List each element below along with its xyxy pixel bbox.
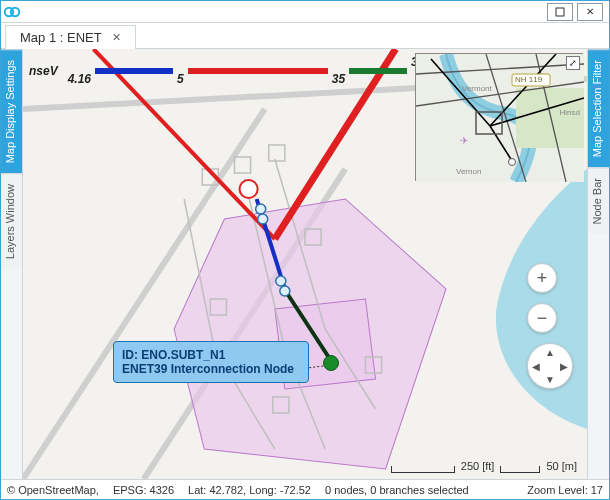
legend-bar-red (188, 68, 328, 74)
tab-bar: Map 1 : ENET ✕ (1, 23, 609, 49)
svg-point-1 (11, 7, 19, 15)
status-latlong: Lat: 42.782, Long: -72.52 (188, 484, 311, 496)
restore-button[interactable] (547, 3, 573, 21)
close-button[interactable]: ✕ (577, 3, 603, 21)
zoom-out-button[interactable]: − (527, 303, 557, 333)
pan-control[interactable]: ▲ ▼ ▶ ◀ (527, 343, 573, 389)
scale-seg-m (500, 466, 540, 473)
status-zoom-level: Zoom Level: 17 (527, 484, 603, 496)
status-epsg: EPSG: 4326 (113, 484, 174, 496)
selected-node-marker[interactable] (323, 355, 339, 371)
svg-rect-2 (556, 8, 564, 16)
svg-point-13 (256, 204, 266, 214)
right-side-tabs: Map Selection Filter Node Bar (587, 49, 609, 479)
legend-bar-blue (95, 68, 173, 74)
chevron-up-icon: ▲ (545, 347, 555, 358)
titlebar: ✕ (1, 1, 609, 23)
minimap-svg: ✈ (416, 54, 584, 182)
main-area: Map Display Settings Layers Window (1, 49, 609, 479)
scale-ft-label: 250 [ft] (461, 460, 495, 472)
legend-left-text: nseV (29, 64, 58, 78)
scale-m-label: 50 [m] (546, 460, 577, 472)
minimap-road-label: NH 119 (515, 75, 542, 84)
minimap-expand-icon[interactable]: ⤢ (566, 56, 580, 70)
status-attribution: © OpenStreetMap, (7, 484, 99, 496)
tooltip-id-line: ID: ENO.SUBT_N1 (122, 348, 300, 362)
map-canvas[interactable]: nseV 4.16 5 35 345 [kV] (23, 49, 587, 479)
left-side-tabs: Map Display Settings Layers Window (1, 49, 23, 479)
svg-point-12 (240, 180, 258, 198)
sidetab-node-bar[interactable]: Node Bar (588, 167, 609, 234)
svg-point-15 (276, 276, 286, 286)
zoom-in-button[interactable]: + (527, 263, 557, 293)
minimap-place-hinsdale: Hinsd (560, 108, 580, 117)
scale-seg-ft (391, 466, 455, 473)
tooltip-desc-line: ENET39 Interconnection Node (122, 362, 300, 376)
legend-bar-green (349, 68, 407, 74)
chevron-right-icon: ▶ (560, 361, 568, 372)
tab-label: Map 1 : ENET (20, 30, 102, 45)
sidetab-layers-window[interactable]: Layers Window (1, 173, 22, 269)
minimap-place-vernon: Vernon (456, 167, 481, 176)
status-bar: © OpenStreetMap, EPSG: 4326 Lat: 42.782,… (1, 479, 609, 499)
zoom-controls: + − ▲ ▼ ▶ ◀ (527, 263, 573, 389)
app-window: ✕ Map 1 : ENET ✕ Map Display Settings La… (0, 0, 610, 500)
svg-point-16 (280, 286, 290, 296)
minimap[interactable]: ✈ NH 119 Vermont Hinsd Vernon ⤢ (415, 53, 583, 181)
minimap-place-vermont: Vermont (462, 84, 492, 93)
legend-tick-3: 35 (332, 72, 345, 86)
svg-text:✈: ✈ (460, 135, 468, 146)
app-logo-icon (1, 1, 23, 23)
sidetab-map-display-settings[interactable]: Map Display Settings (1, 49, 22, 173)
tab-map1[interactable]: Map 1 : ENET ✕ (5, 25, 136, 49)
chevron-left-icon: ◀ (532, 361, 540, 372)
svg-point-20 (509, 159, 516, 166)
svg-point-14 (258, 214, 268, 224)
voltage-legend: nseV 4.16 5 35 345 [kV] (29, 55, 464, 87)
tab-close-icon[interactable]: ✕ (112, 31, 121, 44)
scale-bar: 250 [ft] 50 [m] (391, 461, 577, 473)
legend-tick-2: 5 (177, 72, 184, 86)
status-selection: 0 nodes, 0 branches selected (325, 484, 469, 496)
legend-tick-1: 4.16 (68, 72, 91, 86)
chevron-down-icon: ▼ (545, 374, 555, 385)
node-info-tooltip: ID: ENO.SUBT_N1 ENET39 Interconnection N… (113, 341, 309, 383)
sidetab-map-selection-filter[interactable]: Map Selection Filter (588, 49, 609, 167)
svg-rect-18 (516, 88, 584, 148)
